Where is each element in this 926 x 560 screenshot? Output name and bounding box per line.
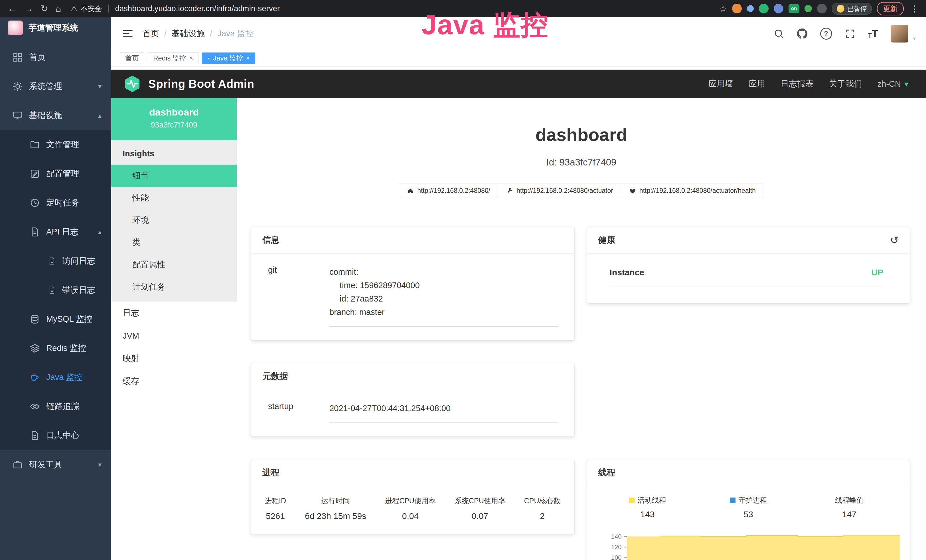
sba-nav-journal[interactable]: 日志报表 — [781, 78, 814, 89]
sidebar-item-files[interactable]: 文件管理 — [0, 130, 111, 159]
app-title: 芋道管理系统 — [29, 22, 78, 34]
sidebar-item-error-log[interactable]: 错误日志 — [0, 275, 111, 305]
sba-item-caches[interactable]: 缓存 — [111, 370, 237, 393]
breadcrumb-infra[interactable]: 基础设施 — [172, 28, 205, 39]
spring-boot-admin-logo[interactable] — [123, 75, 141, 93]
chart-plot-area — [627, 531, 900, 560]
paused-chip[interactable]: 已暂停 — [832, 3, 872, 15]
sba-nav: 应用墙 应用 日志报表 关于我们 zh-CN ▾ — [708, 78, 914, 89]
dashboard-icon — [12, 52, 23, 62]
health-url-link[interactable]: http://192.168.0.2:48080/actuator/health — [622, 183, 763, 198]
history-icon[interactable]: ↺ — [890, 235, 899, 245]
search-icon[interactable] — [773, 28, 784, 39]
address-bar[interactable]: ⚠ 不安全 dashboard.yudao.iocoder.cn/infra/a… — [71, 4, 712, 14]
language-selector[interactable]: zh-CN ▾ — [878, 79, 908, 89]
sba-item-classes[interactable]: 类 — [111, 232, 237, 254]
tab-home[interactable]: 首页 — [120, 53, 144, 64]
browser-menu-icon[interactable]: ⋮ — [910, 4, 918, 14]
tab-java[interactable]: ● Java 监控 × — [202, 53, 255, 64]
extension-icon-4[interactable] — [774, 4, 784, 14]
help-icon[interactable]: ? — [820, 28, 832, 40]
sba-item-logs[interactable]: 日志 — [111, 301, 237, 324]
stat-label: CPU核心数 — [524, 496, 561, 506]
close-icon[interactable]: × — [189, 54, 193, 62]
extension-on-badge[interactable]: on — [788, 4, 799, 13]
service-url-link[interactable]: http://192.168.0.2:48080/ — [400, 183, 497, 198]
sba-item-jvm[interactable]: JVM — [111, 324, 237, 347]
sba-item-details[interactable]: 细节 — [111, 165, 237, 187]
legend-entry: 活动线程 143 — [597, 495, 698, 519]
sba-nav-wallboard[interactable]: 应用墙 — [708, 78, 733, 89]
active-dot-icon: ● — [207, 56, 210, 61]
sidebar-item-home[interactable]: 首页 — [0, 43, 111, 72]
bookmark-star-icon[interactable]: ☆ — [719, 4, 727, 14]
sba-item-config-props[interactable]: 配置属性 — [111, 254, 237, 276]
update-button[interactable]: 更新 — [877, 2, 904, 15]
info-card: 信息 git commit: time: 1596289704000 id: 2… — [251, 227, 574, 341]
extension-icon-2[interactable] — [747, 5, 754, 12]
extension-icon-5[interactable] — [805, 5, 812, 12]
emoji-face-icon — [837, 5, 844, 12]
fullscreen-icon[interactable] — [845, 28, 856, 39]
sidebar-item-jobs[interactable]: 定时任务 — [0, 188, 111, 217]
github-icon[interactable] — [797, 28, 808, 39]
close-icon[interactable]: × — [246, 54, 250, 62]
url-text[interactable]: dashboard.yudao.iocoder.cn/infra/admin-s… — [115, 4, 280, 13]
sba-item-metrics[interactable]: 性能 — [111, 187, 237, 209]
sidebar-item-devtools[interactable]: 研发工具 ▾ — [0, 450, 111, 479]
sidebar-item-access-log[interactable]: 访问日志 — [0, 247, 111, 275]
extension-icon-1[interactable] — [732, 4, 742, 14]
app-logo[interactable]: 芋道管理系统 — [0, 17, 111, 39]
tab-redis[interactable]: Redis 监控 × — [148, 53, 198, 64]
y-tick-label: 100 — [611, 554, 622, 560]
sidebar-item-system[interactable]: 系统管理 ▾ — [0, 72, 111, 101]
legend-entry: 守护进程 53 — [698, 495, 799, 519]
page-subtitle: Id: 93a3fc7f7409 — [237, 157, 926, 168]
sidebar-item-config[interactable]: 配置管理 — [0, 159, 111, 188]
y-tick-label: 140 — [611, 533, 622, 540]
folder-icon — [30, 139, 40, 150]
metadata-value: 2021-04-27T00:44:31.254+08:00 — [329, 402, 558, 415]
back-icon[interactable]: ← — [8, 4, 17, 13]
font-size-icon[interactable]: TT — [868, 29, 878, 39]
sidebar-item-log-center[interactable]: 日志中心 — [0, 421, 111, 450]
security-label[interactable]: 不安全 — [81, 4, 102, 14]
sidebar-item-tracing[interactable]: 链路追踪 — [0, 392, 111, 421]
legend-entry: 线程峰值 147 — [799, 495, 900, 519]
git-branch-line: branch: master — [329, 306, 558, 319]
sidebar-item-redis[interactable]: Redis 监控 — [0, 334, 111, 363]
user-avatar[interactable] — [891, 25, 908, 42]
home-icon[interactable]: ⌂ — [56, 4, 61, 13]
stat-value: 6d 23h 15m 59s — [305, 511, 366, 521]
sba-item-environment[interactable]: 环境 — [111, 209, 237, 232]
forward-icon[interactable]: → — [24, 4, 33, 13]
metadata-row: startup 2021-04-27T00:44:31.254+08:00 — [251, 390, 574, 436]
sidebar-item-mysql[interactable]: MySQL 监控 — [0, 305, 111, 334]
health-row[interactable]: Instance UP — [610, 268, 884, 287]
stat-label: 运行时间 — [305, 496, 366, 506]
hamburger-icon[interactable] — [121, 27, 134, 40]
extension-icon-3[interactable] — [759, 4, 769, 14]
info-key: git — [268, 265, 329, 327]
tags-view-bar: 首页 Redis 监控 × ● Java 监控 × — [111, 50, 926, 67]
sidebar-item-api-log[interactable]: API 日志 ▴ — [0, 217, 111, 247]
legend-swatch-blue — [730, 498, 735, 503]
sba-item-label: 映射 — [123, 353, 139, 364]
stat-value: 0.04 — [385, 511, 436, 521]
actuator-url-link[interactable]: http://192.168.0.2:48080/actuator — [499, 183, 620, 198]
avatar-caret-icon[interactable]: ▾ — [913, 35, 916, 42]
edit-icon — [30, 169, 40, 179]
reload-icon[interactable]: ↻ — [41, 4, 48, 13]
sba-nav-applications[interactable]: 应用 — [749, 78, 765, 89]
instance-header[interactable]: dashboard 93a3fc7f7409 — [111, 98, 237, 140]
stat-value: 0.07 — [455, 511, 505, 521]
sba-brand[interactable]: Spring Boot Admin — [148, 77, 254, 91]
sba-item-scheduled-tasks[interactable]: 计划任务 — [111, 276, 237, 298]
sba-item-mappings[interactable]: 映射 — [111, 347, 237, 370]
y-tick-label: 120 — [611, 543, 622, 551]
sba-nav-about[interactable]: 关于我们 — [829, 78, 862, 89]
extension-puzzle-icon[interactable] — [817, 4, 827, 14]
breadcrumb-home[interactable]: 首页 — [142, 28, 159, 39]
sidebar-item-infra[interactable]: 基础设施 ▴ — [0, 101, 111, 130]
sidebar-item-java[interactable]: Java 监控 — [0, 363, 111, 392]
